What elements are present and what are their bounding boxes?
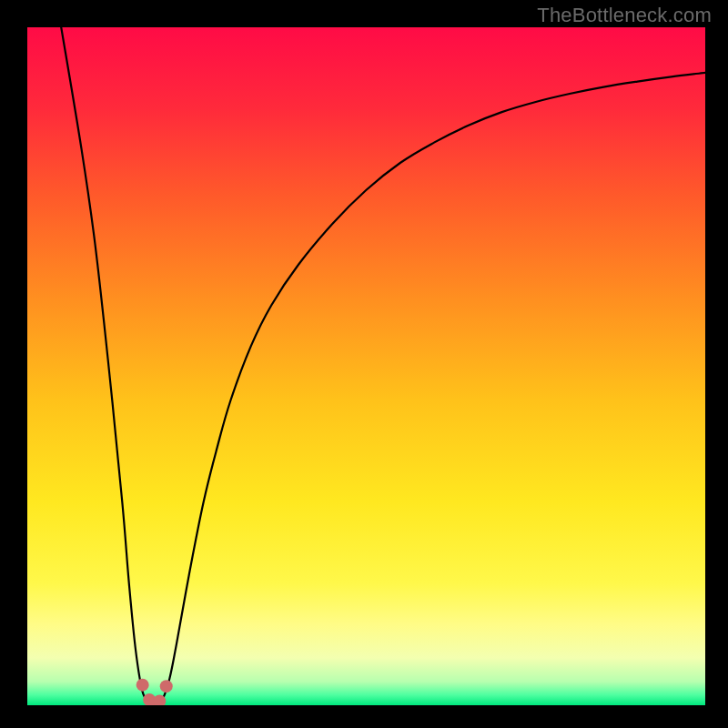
watermark-text: TheBottleneck.com bbox=[537, 4, 712, 27]
min-marker bbox=[136, 679, 149, 692]
plot-area bbox=[27, 27, 705, 705]
bottleneck-curve bbox=[27, 27, 705, 705]
chart-frame: TheBottleneck.com bbox=[0, 0, 728, 728]
min-marker bbox=[160, 680, 173, 693]
